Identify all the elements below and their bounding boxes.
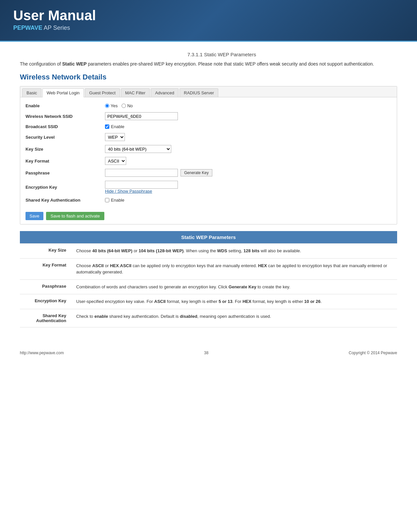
tab-mac-filter[interactable]: MAC Filter [121, 88, 150, 97]
param-name-keysize: Key Size [20, 244, 73, 259]
hide-show-passphrase-link[interactable]: Hide / Show Passphrase [105, 189, 152, 194]
ssid-label: Wireless Network SSID [26, 114, 105, 119]
intro-paragraph: The configuration of Static WEP paramete… [20, 61, 397, 68]
button-row: Save Save to flash and activate [20, 209, 397, 224]
security-control: WEP [105, 133, 391, 141]
keyformat-label: Key Format [26, 159, 105, 164]
tab-guest-protect[interactable]: Guest Protect [85, 88, 120, 97]
keysize-row: Key Size 40 bits (64-bit WEP) [26, 143, 391, 155]
param-name-keyformat: Key Format [20, 258, 73, 279]
param-desc-keyformat: Choose ASCII or HEX.ASCII can be applied… [73, 258, 397, 279]
tab-bar: Basic Web Portal Login Guest Protect MAC… [20, 86, 397, 97]
param-row-shared-key: Shared KeyAuthentication Check to enable… [20, 309, 397, 327]
ssid-row: Wireless Network SSID [26, 110, 391, 122]
param-row-keysize: Key Size Choose 40 bits (64-bit WEP) or … [20, 244, 397, 259]
encryption-label: Encryption Key [26, 185, 105, 190]
broadcast-checkbox[interactable] [105, 124, 109, 129]
generate-key-button[interactable]: Generate Key [181, 169, 212, 176]
subtitle-text: AP Series [42, 24, 70, 31]
enable-control: Yes No [105, 103, 391, 108]
shared-key-label: Shared Key Authentication [26, 198, 105, 203]
param-row-passphrase: Passphrase Combination of words and char… [20, 279, 397, 294]
enable-no-radio[interactable] [122, 104, 126, 108]
form-body: Enable Yes No Wirele [20, 97, 397, 209]
save-activate-button[interactable]: Save to flash and activate [46, 212, 105, 220]
param-desc-passphrase: Combination of words and characters used… [73, 279, 397, 294]
enable-no-option[interactable]: No [122, 103, 133, 108]
passphrase-row: Passphrase Generate Key [26, 167, 391, 179]
keyformat-select[interactable]: ASCII [105, 157, 126, 165]
broadcast-label: Broadcast SSID [26, 124, 105, 129]
param-name-encryption: Encryption Key [20, 294, 73, 309]
keyformat-row: Key Format ASCII [26, 155, 391, 167]
section-heading: 7.3.1.1 Static WEP Parameters [46, 52, 397, 57]
manual-subtitle: PEPWAVE AP Series [13, 24, 404, 31]
footer-center: 38 [204, 351, 208, 355]
footer-left: http://www.pepwave.com [20, 351, 64, 355]
footer-right: Copyright © 2014 Pepwave [349, 351, 397, 355]
params-table-header: Static WEP Parameters [20, 231, 397, 244]
param-row-keyformat: Key Format Choose ASCII or HEX.ASCII can… [20, 258, 397, 279]
enable-radio-group: Yes No [105, 103, 391, 108]
passphrase-label: Passphrase [26, 170, 105, 175]
param-row-encryption: Encryption Key User-specified encryption… [20, 294, 397, 309]
enable-row: Enable Yes No [26, 101, 391, 110]
broadcast-enable-option[interactable]: Enable [105, 124, 391, 129]
wireless-heading: Wireless Network Details [20, 73, 397, 81]
params-table: Static WEP Parameters Key Size Choose 40… [20, 231, 397, 327]
shared-key-enable-option[interactable]: Enable [105, 198, 391, 203]
keysize-control: 40 bits (64-bit WEP) [105, 145, 391, 153]
encryption-input[interactable] [105, 181, 178, 189]
param-desc-encryption: User-specified encryption key value. For… [73, 294, 397, 309]
param-desc-shared-key: Check to enable shared key authenticatio… [73, 309, 397, 327]
shared-key-control: Enable [105, 198, 391, 203]
save-button[interactable]: Save [26, 212, 43, 220]
encryption-control: Hide / Show Passphrase [105, 181, 391, 194]
broadcast-row: Broadcast SSID Enable [26, 122, 391, 131]
keysize-label: Key Size [26, 147, 105, 152]
wireless-network-details-box: Basic Web Portal Login Guest Protect MAC… [20, 86, 397, 224]
ssid-control [105, 112, 391, 120]
param-desc-keysize: Choose 40 bits (64-bit WEP) or 104 bits … [73, 244, 397, 259]
ssid-input[interactable] [105, 112, 178, 120]
param-name-shared-key: Shared KeyAuthentication [20, 309, 73, 327]
security-label: Security Level [26, 135, 105, 140]
main-content: 7.3.1.1 Static WEP Parameters The config… [0, 42, 417, 337]
param-name-passphrase: Passphrase [20, 279, 73, 294]
shared-key-enable-label: Enable [111, 198, 124, 203]
manual-title: User Manual [13, 8, 404, 23]
broadcast-control: Enable [105, 124, 391, 129]
enable-no-label: No [127, 103, 133, 108]
enable-label: Enable [26, 103, 105, 108]
page-header: User Manual PEPWAVE AP Series [0, 0, 417, 42]
tab-web-portal-login[interactable]: Web Portal Login [42, 88, 84, 97]
tab-radius-server[interactable]: RADIUS Server [180, 88, 218, 97]
security-row: Security Level WEP [26, 131, 391, 143]
encryption-row: Encryption Key Hide / Show Passphrase [26, 179, 391, 196]
passphrase-input[interactable] [105, 169, 178, 177]
enable-yes-radio[interactable] [105, 104, 109, 108]
broadcast-enable-label: Enable [111, 124, 124, 129]
keysize-select[interactable]: 40 bits (64-bit WEP) [105, 145, 171, 153]
keyformat-control: ASCII [105, 157, 391, 165]
passphrase-control: Generate Key [105, 169, 391, 177]
enable-yes-option[interactable]: Yes [105, 103, 118, 108]
brand-name: PEPWAVE [13, 24, 42, 31]
security-select[interactable]: WEP [105, 133, 125, 141]
shared-key-checkbox[interactable] [105, 198, 109, 202]
tab-basic[interactable]: Basic [22, 88, 41, 97]
tab-advanced[interactable]: Advanced [151, 88, 179, 97]
passphrase-input-row: Generate Key [105, 169, 391, 177]
shared-key-row: Shared Key Authentication Enable [26, 196, 391, 205]
page-footer: http://www.pepwave.com 38 Copyright © 20… [0, 351, 417, 355]
enable-yes-label: Yes [111, 103, 118, 108]
